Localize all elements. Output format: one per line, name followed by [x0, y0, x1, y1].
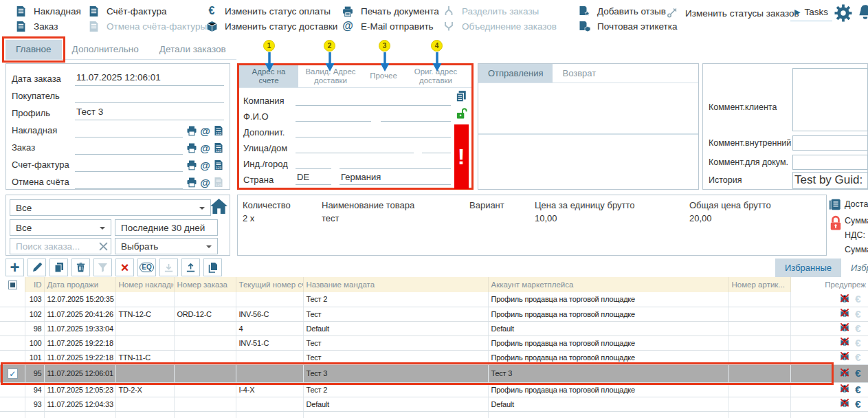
import-button[interactable] [159, 258, 178, 276]
col-marketplace-account[interactable]: Аккаунт маркетплейса [488, 277, 728, 292]
email-icon[interactable]: @ [200, 143, 210, 153]
order-number-input[interactable] [75, 140, 183, 155]
home-icon[interactable] [210, 199, 227, 216]
printer-icon[interactable] [186, 142, 197, 153]
period-input[interactable] [115, 219, 218, 236]
number-doc-icon[interactable]: 123 [213, 160, 224, 170]
table-row[interactable]: ✓ 101 11.07.2025 19:22:18 TTN-11-C Тест … [0, 350, 868, 364]
email-icon[interactable]: @ [200, 160, 210, 170]
country-code-input[interactable]: DE [296, 172, 331, 185]
table-row[interactable]: ✓ 102 11.07.2025 20:41:26 TTN-12-C ORD-1… [0, 307, 868, 321]
clear-search-icon[interactable] [99, 242, 108, 253]
euro-status-icon[interactable]: € [855, 294, 860, 304]
no-shipment-icon[interactable] [839, 351, 850, 363]
euro-status-icon[interactable]: € [855, 324, 860, 333]
col-sale-date[interactable]: Дата продажи [44, 277, 115, 292]
table-row[interactable]: ✓ 93 11.07.2025 12:04:33 Default Default [0, 397, 868, 411]
no-shipment-icon[interactable] [839, 398, 850, 410]
toolbar-item-order[interactable]: Заказ [14, 19, 81, 34]
company-input[interactable] [296, 93, 451, 106]
no-shipment-icon[interactable] [839, 368, 850, 380]
country-input[interactable]: Германия [340, 172, 451, 185]
euro-status-icon[interactable]: € [855, 399, 860, 409]
col-id[interactable]: ID [25, 277, 44, 292]
col-warnings[interactable]: Предупреж [790, 277, 868, 292]
no-shipment-icon[interactable] [839, 308, 850, 320]
toolbar-item-email-send[interactable]: @ E-Mail отправить [341, 19, 439, 34]
printer-icon[interactable] [186, 125, 197, 136]
euro-status-icon[interactable]: € [855, 353, 860, 362]
col-current-invoice[interactable]: Текущий номер счет... [236, 277, 303, 292]
no-shipment-icon[interactable] [839, 294, 850, 305]
buyer-value[interactable] [75, 89, 224, 103]
document-comment-input[interactable] [792, 155, 868, 170]
additional-input[interactable] [296, 124, 451, 138]
city-input[interactable] [340, 156, 451, 169]
lastname-input[interactable] [381, 109, 451, 122]
toolbar-item-payment-status[interactable]: € Изменить статус оплаты [205, 3, 337, 19]
unlock-icon[interactable] [456, 107, 467, 122]
tab-favorites-alt[interactable]: Избранные [841, 258, 868, 277]
toolbar-item-merge-orders[interactable]: Объединение заказов [442, 19, 557, 34]
copy-address-icon[interactable] [455, 90, 467, 104]
street-input[interactable] [296, 140, 414, 153]
toolbar-item-waybill[interactable]: Накладная [14, 3, 81, 19]
delete-button[interactable] [71, 258, 90, 276]
zip-input[interactable] [296, 156, 331, 169]
table-row[interactable]: ✓ 98 11.07.2025 19:33:04 4 Default Defau… [0, 321, 868, 336]
firstname-input[interactable] [296, 109, 371, 122]
customer-comment-textarea[interactable] [792, 68, 868, 131]
order-search-input[interactable] [10, 238, 111, 254]
internal-comment-input[interactable] [792, 135, 868, 151]
type-filter-select[interactable]: Все [10, 219, 111, 236]
toolbar-item-postal-label[interactable]: Почтовая этикетка [577, 19, 677, 34]
table-row[interactable]: ✓ 95 11.07.2025 12:06:01 Тест 3 Тест 3 [0, 364, 868, 382]
select-filter-select[interactable]: Выбрать [115, 238, 218, 254]
export-button[interactable] [181, 258, 200, 276]
no-shipment-icon[interactable] [839, 337, 850, 349]
copy-page-button[interactable] [203, 258, 222, 276]
lock-icon[interactable] [829, 214, 843, 234]
toolbar-item-print-document[interactable]: Печать документа [341, 3, 439, 19]
no-shipment-icon[interactable] [839, 322, 850, 334]
number-doc-icon[interactable]: 123 [213, 142, 224, 153]
profile-value[interactable]: Тест 3 [75, 106, 224, 120]
history-value[interactable]: Test by Guid: [792, 172, 868, 189]
no-shipment-icon[interactable] [839, 384, 850, 395]
toolbar-item-add-review[interactable]: Добавить отзыв [577, 3, 677, 19]
printer-icon[interactable] [186, 160, 197, 170]
toolbar-item-invoice-cancel[interactable]: Отмена счёта-фактуры [87, 19, 207, 34]
notifications-bell-icon[interactable] [856, 3, 868, 24]
euro-status-icon[interactable]: € [855, 338, 860, 348]
tab-return[interactable]: Возврат [553, 64, 605, 82]
email-icon[interactable]: @ [200, 126, 210, 136]
invoice-cancel-input[interactable] [75, 175, 183, 189]
invoice-number-input[interactable] [75, 157, 183, 172]
preview-search-button[interactable]: EQ [137, 258, 156, 276]
table-row[interactable]: ✓ 103 12.07.2025 15:20:35 Тест 2 Профиль… [0, 292, 868, 307]
tab-main[interactable]: Главное [5, 40, 62, 59]
col-mandate-name[interactable]: Название мандата [303, 277, 488, 292]
tasks-button[interactable]: ▶ Tasks [790, 6, 832, 21]
tab-additional[interactable]: Дополнительно [62, 40, 149, 59]
filter-button[interactable] [93, 258, 112, 276]
order-item-row[interactable]: 2 x тест 10,00 20,00 [243, 213, 826, 223]
col-article-number[interactable]: Номер артик... [728, 277, 790, 292]
toolbar-item-delivery-status[interactable]: Изменить статус доставки [205, 19, 337, 34]
edit-button[interactable] [27, 258, 46, 276]
select-all-checkbox[interactable] [8, 280, 17, 289]
toolbar-item-split-orders[interactable]: Разделить заказы [442, 3, 557, 19]
tab-shipments[interactable]: Отправления [478, 64, 553, 82]
email-icon[interactable]: @ [200, 177, 210, 188]
toolbar-item-change-order-statuses[interactable]: Изменить статусы заказов [665, 6, 799, 21]
col-waybill-number[interactable]: Номер накладной [115, 277, 174, 292]
house-input[interactable] [422, 140, 451, 153]
toolbar-item-invoice[interactable]: Счёт-фактура [87, 3, 207, 19]
euro-status-icon[interactable]: € [855, 309, 860, 319]
add-button[interactable]: + [5, 258, 24, 276]
tab-order-details[interactable]: Детали заказов [149, 40, 236, 59]
euro-status-icon[interactable]: € [855, 368, 860, 378]
printer-icon[interactable] [186, 177, 197, 188]
copy-button[interactable] [49, 258, 68, 276]
status-filter-select[interactable]: Все [10, 199, 211, 216]
